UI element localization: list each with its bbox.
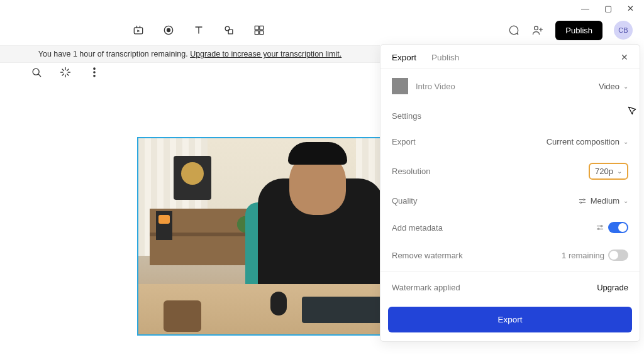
record-icon[interactable] [162, 24, 175, 36]
remove-watermark-label: Remove watermark [392, 251, 463, 260]
more-icon[interactable] [88, 66, 101, 79]
maximize-button[interactable]: ▢ [604, 4, 612, 13]
svg-point-17 [598, 228, 599, 229]
scene-keyboard [302, 297, 384, 323]
watermark-toggle[interactable] [608, 250, 628, 261]
close-panel-icon[interactable]: ✕ [621, 52, 628, 62]
export-scope-label: Export [392, 137, 416, 146]
scene-plaque [174, 156, 211, 200]
search-icon[interactable] [30, 66, 43, 79]
invite-icon[interactable] [531, 24, 544, 36]
settings-heading: Settings [392, 111, 421, 121]
resolution-label: Resolution [392, 167, 430, 176]
chevron-down-icon: ⌄ [623, 83, 628, 90]
scene-cap [288, 142, 347, 165]
export-panel: Export Publish ✕ Intro Video Video⌄ Sett… [380, 44, 640, 342]
svg-point-16 [601, 226, 602, 227]
metadata-label: Add metadata [392, 223, 443, 233]
svg-point-10 [33, 69, 39, 75]
scene-stool [164, 300, 201, 332]
quality-select[interactable]: Medium⌄ [578, 196, 628, 206]
svg-rect-5 [255, 26, 258, 30]
sparkle-icon[interactable] [59, 66, 72, 79]
export-scope-select[interactable]: Current composition⌄ [547, 137, 628, 146]
text-icon[interactable] [192, 24, 205, 36]
minimize-button[interactable]: — [581, 4, 589, 13]
video-thumbnail [392, 78, 408, 94]
video-title: Intro Video [416, 82, 455, 91]
left-actions [30, 66, 101, 79]
close-window-button[interactable]: ✕ [627, 4, 634, 13]
resolution-select[interactable]: 720p⌄ [589, 163, 628, 180]
chevron-down-icon: ⌄ [623, 138, 628, 145]
watermark-remaining: 1 remaining [562, 251, 604, 260]
svg-point-14 [583, 199, 584, 200]
upgrade-button[interactable]: Upgrade [597, 283, 628, 292]
export-button[interactable]: Export [388, 307, 632, 332]
metadata-toggle[interactable] [608, 222, 628, 233]
upgrade-link[interactable]: Upgrade to increase your transcription l… [190, 50, 341, 58]
tab-publish[interactable]: Publish [431, 53, 459, 62]
svg-point-13 [94, 75, 95, 77]
svg-point-15 [580, 202, 581, 203]
sliders-icon[interactable] [596, 223, 604, 232]
svg-point-2 [167, 29, 170, 32]
sliders-icon [578, 197, 587, 206]
svg-rect-7 [255, 31, 258, 35]
templates-icon[interactable] [253, 24, 265, 36]
comment-icon[interactable] [508, 24, 520, 36]
video-type-select[interactable]: Video⌄ [599, 82, 628, 91]
watermark-applied-label: Watermark applied [392, 283, 460, 292]
avatar[interactable]: CB [614, 21, 633, 40]
window-controls: — ▢ ✕ [571, 0, 644, 17]
scene-lamp [156, 211, 172, 240]
svg-rect-8 [260, 31, 264, 35]
shapes-icon[interactable] [223, 24, 235, 36]
chevron-down-icon: ⌄ [617, 168, 622, 175]
transcription-banner: You have 1 hour of transcription remaini… [0, 45, 380, 63]
top-toolbar: Publish CB [0, 18, 644, 43]
svg-point-12 [94, 72, 95, 73]
svg-point-9 [535, 26, 538, 30]
banner-text: You have 1 hour of transcription remaini… [38, 50, 190, 58]
publish-button[interactable]: Publish [555, 21, 602, 40]
svg-rect-6 [260, 26, 264, 30]
media-icon[interactable] [132, 24, 145, 36]
tab-export[interactable]: Export [392, 53, 416, 62]
scene-mouse [270, 292, 287, 315]
quality-label: Quality [392, 196, 417, 206]
chevron-down-icon: ⌄ [623, 197, 628, 204]
svg-point-11 [94, 68, 95, 69]
